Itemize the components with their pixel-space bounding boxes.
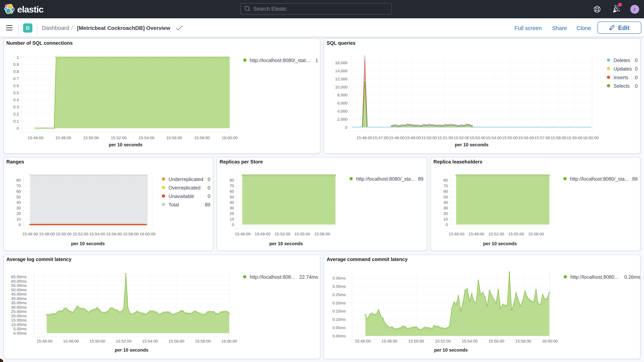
- svg-text:40: 40: [230, 200, 234, 204]
- svg-text:60: 60: [16, 189, 21, 194]
- svg-text:http://localhost:808...: http://localhost:808...: [250, 274, 295, 280]
- svg-text:15:48:00: 15:48:00: [382, 339, 398, 343]
- svg-text:2,000: 2,000: [337, 117, 348, 122]
- svg-text:15:46:00: 15:46:00: [235, 232, 251, 236]
- svg-text:15:56:00: 15:56:00: [518, 136, 534, 140]
- svg-text:12,000: 12,000: [335, 77, 348, 81]
- svg-text:15:46:00: 15:46:00: [37, 339, 52, 343]
- svg-text:40: 40: [16, 200, 21, 204]
- svg-text:0.4: 0.4: [13, 98, 19, 102]
- svg-text:15:58:00: 15:58:00: [195, 339, 211, 343]
- svg-text:15:49:00: 15:49:00: [405, 136, 421, 140]
- svg-text:15:54:00: 15:54:00: [89, 232, 105, 236]
- svg-text:40.00ms: 40.00ms: [11, 296, 26, 301]
- svg-text:15:52:00: 15:52:00: [488, 232, 504, 236]
- svg-text:50.00ms: 50.00ms: [11, 288, 26, 292]
- svg-text:30: 30: [16, 206, 21, 210]
- svg-text:0.2: 0.2: [13, 112, 19, 116]
- svg-text:30: 30: [444, 206, 448, 210]
- svg-text:45.00ms: 45.00ms: [11, 292, 26, 296]
- svg-text:0.20ms: 0.20ms: [332, 301, 346, 305]
- svg-text:0: 0: [208, 194, 210, 199]
- svg-text:0.3: 0.3: [13, 105, 19, 109]
- svg-text:http://localhost:8080/_stat...: http://localhost:8080/_stat...: [250, 58, 310, 63]
- svg-text:0.7: 0.7: [13, 76, 19, 81]
- svg-text:15:51:00: 15:51:00: [437, 136, 453, 140]
- svg-text:0.5: 0.5: [13, 90, 19, 95]
- svg-text:70: 70: [444, 184, 448, 188]
- svg-text:per 10 seconds: per 10 seconds: [269, 241, 303, 246]
- svg-text:Unavailable: Unavailable: [168, 194, 194, 199]
- svg-text:0.05ms: 0.05ms: [332, 326, 346, 330]
- svg-text:15:52:00: 15:52:00: [274, 232, 290, 236]
- svg-text:15:52:00: 15:52:00: [116, 339, 132, 343]
- svg-text:55.00ms: 55.00ms: [11, 283, 26, 288]
- svg-text:http://localhost:8080...: http://localhost:8080...: [570, 274, 618, 280]
- svg-text:10: 10: [16, 217, 21, 221]
- svg-text:16,000: 16,000: [335, 60, 348, 65]
- svg-text:16:00:00: 16:00:00: [583, 136, 599, 140]
- svg-text:Total: Total: [168, 202, 179, 208]
- svg-text:15.00ms: 15.00ms: [11, 318, 26, 322]
- svg-text:15:56:00: 15:56:00: [166, 136, 182, 140]
- svg-text:4,000: 4,000: [337, 109, 348, 113]
- svg-text:15:50:00: 15:50:00: [421, 136, 437, 140]
- svg-text:0: 0: [18, 222, 21, 227]
- svg-text:0.35ms: 0.35ms: [332, 276, 346, 280]
- svg-text:10,000: 10,000: [335, 85, 348, 89]
- svg-text:0: 0: [208, 176, 210, 182]
- svg-text:60: 60: [230, 189, 234, 194]
- svg-text:0.30ms: 0.30ms: [332, 284, 346, 288]
- svg-text:0.15ms: 0.15ms: [332, 309, 346, 313]
- svg-text:15:58:00: 15:58:00: [194, 136, 210, 140]
- svg-text:0: 0: [446, 222, 448, 227]
- svg-text:1: 1: [316, 58, 318, 63]
- svg-text:15:52:00: 15:52:00: [435, 339, 451, 343]
- svg-text:15:59:00: 15:59:00: [567, 136, 582, 140]
- svg-text:0.26ms: 0.26ms: [624, 274, 640, 280]
- svg-text:15:54:00: 15:54:00: [139, 136, 154, 140]
- svg-text:15:55:00: 15:55:00: [508, 232, 524, 236]
- svg-text:0: 0: [16, 126, 19, 130]
- svg-text:50: 50: [16, 195, 21, 199]
- svg-text:15:56:00: 15:56:00: [488, 339, 504, 343]
- svg-text:30.00ms: 30.00ms: [11, 305, 26, 310]
- svg-text:Inserts: Inserts: [614, 75, 628, 80]
- svg-text:0.6: 0.6: [13, 84, 19, 88]
- svg-text:15:46:00: 15:46:00: [355, 339, 370, 343]
- svg-text:0.10ms: 0.10ms: [332, 317, 346, 322]
- svg-text:per 10 seconds: per 10 seconds: [115, 347, 148, 352]
- svg-text:15:46:00: 15:46:00: [28, 136, 44, 140]
- svg-text:15:55:00: 15:55:00: [502, 136, 518, 140]
- svg-text:15:54:00: 15:54:00: [462, 339, 478, 343]
- svg-text:0: 0: [635, 83, 638, 89]
- svg-text:0.1: 0.1: [13, 119, 19, 123]
- svg-text:15:52:00: 15:52:00: [454, 136, 469, 140]
- svg-text:60: 60: [444, 189, 448, 194]
- svg-text:Underreplicated: Underreplicated: [168, 176, 203, 182]
- svg-text:15:58:00: 15:58:00: [515, 339, 531, 343]
- svg-text:0.8: 0.8: [13, 69, 19, 74]
- svg-text:16:00:00: 16:00:00: [222, 136, 238, 140]
- svg-text:15:50:00: 15:50:00: [90, 339, 105, 343]
- svg-text:20: 20: [230, 211, 234, 216]
- svg-text:0.25ms: 0.25ms: [332, 292, 346, 297]
- svg-text:15:47:00: 15:47:00: [373, 136, 388, 140]
- svg-text:14,000: 14,000: [335, 68, 348, 73]
- svg-text:5.00ms: 5.00ms: [13, 326, 26, 331]
- svg-text:per 10 seconds: per 10 seconds: [71, 241, 105, 246]
- svg-text:15:56:00: 15:56:00: [168, 339, 184, 343]
- svg-text:15:50:00: 15:50:00: [56, 232, 72, 236]
- svg-text:Updates: Updates: [614, 66, 632, 72]
- svg-text:0.00ms: 0.00ms: [332, 334, 346, 338]
- svg-text:16:00:00: 16:00:00: [221, 339, 237, 343]
- svg-text:65.00ms: 65.00ms: [11, 274, 26, 279]
- svg-text:16:00:00: 16:00:00: [542, 339, 558, 343]
- svg-text:25.00ms: 25.00ms: [11, 309, 26, 314]
- svg-text:15:48:00: 15:48:00: [389, 136, 405, 140]
- svg-text:80: 80: [230, 178, 234, 182]
- svg-text:Overreplicated: Overreplicated: [168, 185, 200, 190]
- svg-text:per 10 seconds: per 10 seconds: [434, 347, 468, 352]
- svg-text:0: 0: [232, 222, 234, 227]
- svg-text:15:50:00: 15:50:00: [83, 136, 99, 140]
